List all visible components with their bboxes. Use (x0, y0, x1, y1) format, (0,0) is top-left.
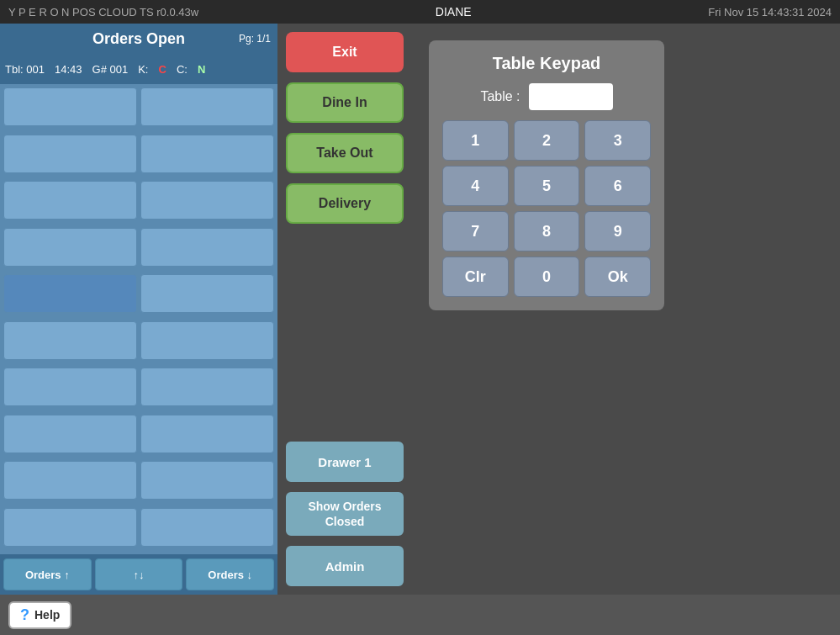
keypad-btn-8[interactable]: 8 (514, 211, 580, 251)
help-label: Help (34, 608, 60, 622)
take-out-button[interactable]: Take Out (286, 133, 404, 173)
orders-down-button[interactable]: Orders ↓ (186, 558, 274, 590)
keypad-table-input[interactable] (529, 83, 613, 110)
info-c-val: N (198, 63, 205, 76)
order-btn-2[interactable] (140, 87, 274, 126)
order-btn-16[interactable] (140, 415, 274, 453)
keypad-btn-6[interactable]: 6 (584, 166, 651, 206)
info-k-val: C (158, 63, 166, 76)
middle-panel: Exit Dine In Take Out Delivery Drawer 1 … (277, 24, 412, 595)
order-btn-5[interactable] (3, 181, 137, 220)
order-btn-6[interactable] (140, 181, 274, 220)
info-tbl: Tbl: 001 (5, 63, 45, 76)
show-orders-closed-button[interactable]: Show Orders Closed (286, 492, 404, 536)
keypad-btn-4[interactable]: 4 (442, 166, 509, 206)
header-user: DIANE (436, 5, 472, 19)
orders-down-label: Orders ↓ (208, 569, 252, 581)
orders-header: Orders Open Pg: 1/1 (0, 24, 277, 54)
order-btn-12[interactable] (140, 321, 274, 360)
bottom-nav: Orders ↑ ↑↓ Orders ↓ (0, 554, 277, 595)
header-app-info: Y P E R O N POS CLOUD TS r0.0.43w (8, 6, 198, 19)
order-btn-15[interactable] (3, 415, 137, 453)
dine-in-button[interactable]: Dine In (286, 82, 404, 123)
keypad-title: Table Keypad (442, 54, 651, 73)
show-orders-line2: Closed (325, 515, 365, 528)
keypad-grid: 1 2 3 4 5 6 7 8 9 Clr 0 Ok (442, 120, 651, 297)
info-time: 14:43 (55, 63, 82, 76)
order-btn-14[interactable] (140, 368, 274, 406)
order-btn-18[interactable] (140, 461, 274, 500)
keypad-btn-3[interactable]: 3 (584, 120, 651, 161)
keypad-table-label: Table : (480, 89, 520, 104)
footer: ? Help (0, 595, 840, 635)
main-area: Orders Open Pg: 1/1 Tbl: 001 14:43 G# 00… (0, 24, 840, 595)
orders-up-label: Orders ↑ (25, 569, 70, 581)
info-gnum: G# 001 (92, 63, 129, 76)
right-panel: Table Keypad Table : 1 2 3 4 5 6 7 8 9 C… (412, 24, 840, 595)
keypad-container: Table Keypad Table : 1 2 3 4 5 6 7 8 9 C… (429, 40, 664, 310)
help-icon: ? (20, 606, 29, 624)
order-btn-9[interactable] (3, 274, 137, 313)
header-bar: Y P E R O N POS CLOUD TS r0.0.43w DIANE … (0, 0, 840, 24)
keypad-btn-ok[interactable]: Ok (584, 257, 651, 297)
keypad-btn-1[interactable]: 1 (442, 120, 509, 161)
orders-grid (0, 84, 277, 554)
info-k-label: K: (138, 63, 148, 76)
order-btn-19[interactable] (3, 508, 137, 547)
order-btn-7[interactable] (3, 228, 137, 267)
header-datetime: Fri Nov 15 14:43:31 2024 (708, 6, 832, 19)
order-btn-10[interactable] (140, 274, 274, 313)
orders-up-button[interactable]: Orders ↑ (3, 558, 92, 590)
show-orders-line1: Show Orders (308, 500, 381, 513)
keypad-table-row: Table : (442, 83, 651, 110)
swap-button[interactable]: ↑↓ (95, 558, 183, 590)
orders-title: Orders Open (92, 30, 185, 48)
keypad-btn-clr[interactable]: Clr (442, 257, 509, 297)
keypad-btn-7[interactable]: 7 (442, 211, 509, 251)
order-btn-17[interactable] (3, 461, 137, 500)
delivery-button[interactable]: Delivery (286, 183, 404, 224)
exit-button[interactable]: Exit (286, 32, 404, 72)
admin-button[interactable]: Admin (286, 546, 404, 586)
order-btn-1[interactable] (3, 87, 137, 126)
keypad-btn-5[interactable]: 5 (514, 166, 580, 206)
info-c-label: C: (177, 63, 188, 76)
order-btn-11[interactable] (3, 321, 137, 360)
left-panel: Orders Open Pg: 1/1 Tbl: 001 14:43 G# 00… (0, 24, 277, 595)
order-btn-20[interactable] (140, 508, 274, 547)
order-btn-3[interactable] (3, 135, 137, 173)
swap-label: ↑↓ (134, 569, 145, 581)
keypad-btn-0[interactable]: 0 (514, 257, 580, 297)
help-button[interactable]: ? Help (8, 601, 71, 629)
keypad-btn-2[interactable]: 2 (514, 120, 580, 161)
drawer-button[interactable]: Drawer 1 (286, 442, 404, 482)
order-btn-8[interactable] (140, 228, 274, 267)
order-btn-13[interactable] (3, 368, 137, 406)
orders-page: Pg: 1/1 (239, 33, 271, 45)
orders-info-bar: Tbl: 001 14:43 G# 001 K: C C: N (0, 54, 277, 84)
order-btn-4[interactable] (140, 135, 274, 173)
keypad-btn-9[interactable]: 9 (584, 211, 651, 251)
